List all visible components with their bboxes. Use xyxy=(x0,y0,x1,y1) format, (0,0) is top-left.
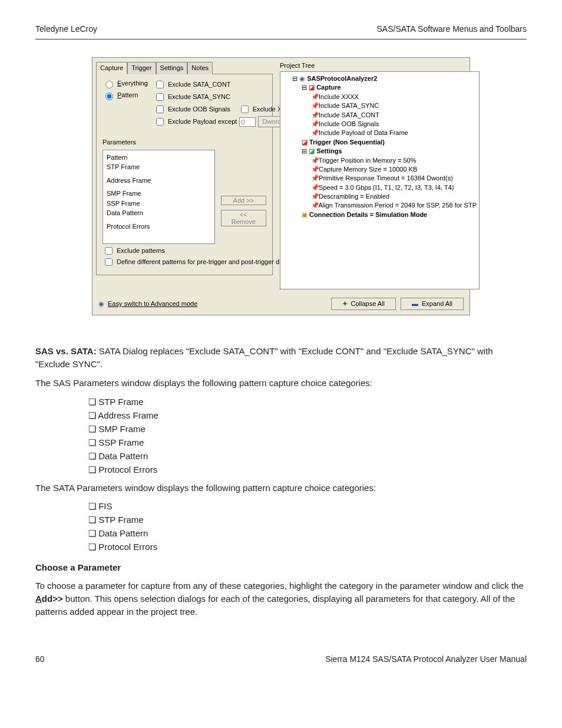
list-item: STP Frame xyxy=(88,396,527,408)
right-pane: Project Tree ⊟ ◉ SASProtocolAnalyzer2 ⊟ … xyxy=(276,58,483,293)
chk-exclude-sync[interactable]: Exclude SATA_SYNC xyxy=(154,91,295,103)
param-item-proto[interactable]: Protocol Errors xyxy=(107,222,211,232)
pin-icon: 📌 xyxy=(311,101,317,110)
left-pane: Capture Trigger Settings Notes Everythin… xyxy=(92,58,276,293)
tab-notes[interactable]: Notes xyxy=(187,62,213,74)
tree-conn[interactable]: Connection Details = Simulation Mode xyxy=(309,211,427,218)
tree-trig-pos[interactable]: Trigger Position in Memory = 50% xyxy=(319,157,416,164)
pin-icon: 📌 xyxy=(311,174,317,183)
globe-icon: ◉ xyxy=(98,299,104,308)
chk-exclude-cont[interactable]: Exclude SATA_CONT xyxy=(154,79,295,90)
list-item: SMP Frame xyxy=(88,423,527,435)
collapse-all-button[interactable]: ✦Collapse All xyxy=(331,298,396,310)
list-item: Protocol Errors xyxy=(88,463,527,476)
list-item: Protocol Errors xyxy=(88,541,527,553)
tab-strip: Capture Trigger Settings Notes xyxy=(96,61,273,74)
param-item-address[interactable]: Address Frame xyxy=(107,176,211,186)
tree-inc-oob[interactable]: Include OOB Signals xyxy=(319,120,379,127)
pin-icon: 📌 xyxy=(311,120,317,129)
tree-prim-resp[interactable]: Primitive Response Timeout = 16384 Dword… xyxy=(319,174,453,182)
list-item: SSP Frame xyxy=(88,436,527,449)
param-item-ssp[interactable]: SSP Frame xyxy=(107,199,211,209)
sas-params-list: STP Frame Address Frame SMP Frame SSP Fr… xyxy=(35,396,527,476)
sata-params-list: FIS STP Frame Data Pattern Protocol Erro… xyxy=(35,500,527,553)
tree-inc-sync[interactable]: Include SATA_SYNC xyxy=(319,102,379,109)
param-item-pattern[interactable]: Pattern xyxy=(107,153,211,163)
list-item: FIS xyxy=(88,500,527,512)
tree-inc-xxxx[interactable]: Include XXXX xyxy=(319,93,359,100)
plus-icon: ✦ xyxy=(342,299,348,308)
add-button[interactable]: Add >> xyxy=(221,196,266,205)
pin-icon: 📌 xyxy=(311,183,317,192)
chk-exclude-patterns[interactable]: Exclude patterns xyxy=(103,245,266,256)
pin-icon: 📌 xyxy=(311,165,317,174)
list-item: Data Pattern xyxy=(88,527,527,539)
trigger-icon: ◪ xyxy=(302,139,308,146)
pin-icon: 📌 xyxy=(311,201,317,210)
globe-icon: ◉ xyxy=(299,75,305,82)
parameters-listbox[interactable]: Pattern STP Frame Address Frame SMP Fram… xyxy=(103,150,215,244)
tab-trigger[interactable]: Trigger xyxy=(127,62,156,74)
param-item-stp[interactable]: STP Frame xyxy=(107,162,211,172)
tree-descramble[interactable]: Descrambling = Enabled xyxy=(319,193,389,200)
pin-icon: 📌 xyxy=(311,129,317,137)
sata-params-intro: The SATA Parameters window displays the … xyxy=(35,482,527,495)
pin-icon: 📌 xyxy=(311,192,317,201)
minus-icon: ▬ xyxy=(412,299,418,308)
page-number: 60 xyxy=(35,654,45,666)
tab-capture[interactable]: Capture xyxy=(96,62,127,74)
remove-button[interactable]: << Remove xyxy=(221,210,266,226)
header-left: Teledyne LeCroy xyxy=(35,24,97,35)
tree-settings[interactable]: Settings xyxy=(316,147,342,154)
pin-icon: 📌 xyxy=(311,111,317,120)
param-item-smp[interactable]: SMP Frame xyxy=(107,189,211,199)
capture-icon: ◪ xyxy=(309,84,315,91)
payload-count-input[interactable] xyxy=(239,117,256,127)
tab-settings[interactable]: Settings xyxy=(156,62,188,74)
parameters-label: Parameters xyxy=(103,138,266,147)
tree-capture[interactable]: Capture xyxy=(316,84,341,91)
pin-icon: 📌 xyxy=(311,156,317,165)
tree-speed[interactable]: Speed = 3.0 Gbps (I1, T1, I2, T2, I3, T3… xyxy=(319,184,454,191)
list-item: Address Frame xyxy=(88,409,527,421)
radio-pattern[interactable]: Pattern xyxy=(103,91,148,100)
project-tree-label: Project Tree xyxy=(280,61,480,70)
chk-exclude-oob[interactable]: Exclude OOB Signals xyxy=(154,104,230,115)
pin-icon: 📌 xyxy=(311,93,317,101)
expand-all-button[interactable]: ▬Expand All xyxy=(401,298,464,310)
tree-root[interactable]: SASProtocolAnalyzer2 xyxy=(307,75,377,82)
easy-switch-link[interactable]: ◉ Easy switch to Advanced mode xyxy=(98,298,197,310)
choose-parameter-para: To choose a parameter for capture from a… xyxy=(35,579,527,618)
header-right: SAS/SATA Software Menus and Toolbars xyxy=(377,24,527,35)
settings-icon: ◪ xyxy=(309,147,315,154)
tree-align[interactable]: Align Transmission Period = 2049 for SSP… xyxy=(318,202,477,209)
param-item-data[interactable]: Data Pattern xyxy=(107,208,211,218)
manual-title: Sierra M124 SAS/SATA Protocol Analyzer U… xyxy=(325,654,527,666)
sas-vs-sata-para: SAS vs. SATA: SATA Dialog replaces "Excl… xyxy=(35,345,527,371)
list-item: Data Pattern xyxy=(88,450,527,462)
choose-parameter-heading: Choose a Parameter xyxy=(35,561,527,574)
sas-params-intro: The SAS Parameters window displays the f… xyxy=(35,377,527,390)
tree-inc-payload[interactable]: Include Payload of Data Frame xyxy=(319,129,408,136)
tree-mem-size[interactable]: Capture Memory Size = 10000 KB xyxy=(319,166,417,173)
tree-inc-cont[interactable]: Include SATA_CONT xyxy=(319,111,379,118)
conn-icon: ▣ xyxy=(302,211,308,218)
list-item: STP Frame xyxy=(88,513,527,526)
chk-exclude-payload[interactable]: Exclude Payload except xyxy=(154,116,237,127)
chk-define-diff[interactable]: Define different patterns for pre-trigge… xyxy=(103,256,266,268)
radio-everything[interactable]: Everything xyxy=(103,79,148,88)
project-tree[interactable]: ⊟ ◉ SASProtocolAnalyzer2 ⊟ ◪ Capture 📌 I… xyxy=(280,71,480,289)
dialog-screenshot: Capture Trigger Settings Notes Everythin… xyxy=(92,57,470,316)
tree-trigger[interactable]: Trigger (Non Sequential) xyxy=(309,139,385,146)
